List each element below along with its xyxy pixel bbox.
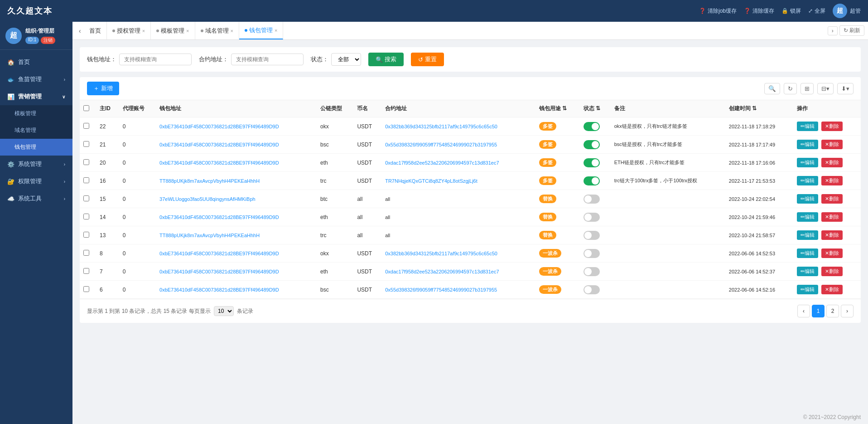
page-2-btn[interactable]: 2 (826, 305, 839, 317)
tab-auth[interactable]: 授权管理 × (107, 22, 151, 39)
sidebar-item-template[interactable]: 模板管理 (0, 105, 72, 122)
delete-btn-6[interactable]: ✕删除 (821, 230, 843, 240)
add-button[interactable]: ＋ 新增 (87, 82, 119, 95)
tab-domain-close[interactable]: × (231, 28, 233, 34)
table-row: 13 0 TT888pUKjk8m7axAvcpVbyhH4PEKEaHhhH … (80, 226, 861, 244)
row-checkbox-6[interactable] (83, 232, 89, 238)
row-checkbox-2[interactable] (83, 159, 89, 165)
row-remark (611, 263, 725, 281)
tab-home[interactable]: 首页 (84, 22, 107, 39)
fish-arrow-icon: › (64, 77, 65, 82)
toggle-2[interactable] (583, 158, 600, 167)
delete-btn-8[interactable]: ✕删除 (821, 267, 843, 276)
row-checkbox-5[interactable] (83, 214, 89, 219)
tab-template[interactable]: 模板管理 × (151, 22, 195, 39)
row-checkbox-4[interactable] (83, 195, 89, 201)
wallet-addr-input[interactable] (119, 54, 192, 65)
tab-wallet[interactable]: 钱包管理 × (239, 22, 283, 39)
row-created: 2022-06-06 14:52:16 (725, 281, 793, 299)
delete-btn-9[interactable]: ✕删除 (821, 285, 843, 294)
page-next-btn[interactable]: › (841, 305, 854, 317)
delete-btn-7[interactable]: ✕删除 (821, 249, 843, 258)
edit-btn-7[interactable]: ✏编辑 (797, 249, 818, 258)
toggle-6[interactable] (583, 231, 600, 240)
clear-job-btn[interactable]: ❓ 清除job缓存 (699, 7, 737, 15)
sidebar-item-permission[interactable]: 🔐 权限管理 › (0, 173, 72, 190)
toggle-9[interactable] (583, 285, 600, 294)
tab-refresh-btn[interactable]: ↻ 刷新 (839, 25, 864, 36)
per-page-select[interactable]: 10 20 50 (214, 306, 234, 316)
fullscreen-btn[interactable]: ⤢ 全屏 (808, 7, 825, 15)
user-avatar-area[interactable]: 超 超管 (833, 4, 861, 18)
col-created: 创建时间 ⇅ (725, 100, 793, 117)
row-created: 2022-11-18 17:16:06 (725, 154, 793, 172)
toggle-4[interactable] (583, 195, 600, 204)
tab-prev-btn[interactable]: ‹ (76, 27, 84, 34)
select-all-checkbox[interactable] (83, 105, 89, 111)
row-status (580, 263, 611, 281)
tab-wallet-close[interactable]: × (275, 28, 277, 33)
sidebar-item-home[interactable]: 🏠 首页 (0, 54, 72, 71)
toggle-8[interactable] (583, 267, 600, 276)
edit-btn-4[interactable]: ✏编辑 (797, 194, 818, 204)
row-checkbox-3[interactable] (83, 177, 89, 183)
row-checkbox-9[interactable] (83, 286, 89, 292)
sidebar-item-marketing[interactable]: 📊 营销管理 ∨ (0, 88, 72, 105)
edit-btn-8[interactable]: ✏编辑 (797, 267, 818, 276)
row-checkbox-0[interactable] (83, 123, 89, 129)
tab-template-close[interactable]: × (186, 28, 189, 34)
toggle-0[interactable] (583, 122, 600, 131)
row-coin: USDT (353, 117, 381, 136)
row-actions: ✏编辑 ✕删除 (793, 263, 861, 281)
sidebar-item-system[interactable]: ⚙️ 系统管理 › (0, 156, 72, 173)
reset-button[interactable]: ↺ 重置 (411, 53, 444, 66)
status-select[interactable]: 全部 启用 禁用 (331, 53, 361, 66)
question-icon2: ❓ (744, 8, 751, 14)
col-id: 主ID (96, 100, 119, 117)
toolbar-refresh-btn[interactable]: ↻ (784, 83, 797, 94)
table-row: 14 0 0xbE736410dF458C00736821d28BE97Ff49… (80, 208, 861, 226)
row-agent: 0 (119, 154, 156, 172)
edit-btn-5[interactable]: ✏编辑 (797, 212, 818, 222)
sidebar-item-wallet[interactable]: 钱包管理 (0, 139, 72, 156)
row-checkbox-8[interactable] (83, 268, 89, 274)
tab-auth-dot (112, 29, 115, 32)
delete-btn-5[interactable]: ✕删除 (821, 212, 843, 222)
edit-btn-6[interactable]: ✏编辑 (797, 230, 818, 240)
edit-btn-3[interactable]: ✏编辑 (797, 176, 818, 185)
edit-btn-2[interactable]: ✏编辑 (797, 158, 818, 167)
delete-btn-0[interactable]: ✕删除 (821, 122, 843, 131)
edit-btn-1[interactable]: ✏编辑 (797, 140, 818, 149)
toggle-1[interactable] (583, 140, 600, 149)
lock-screen-btn[interactable]: 🔒 锁屏 (781, 7, 801, 15)
row-checkbox-1[interactable] (83, 141, 89, 147)
tab-auth-close[interactable]: × (142, 28, 145, 34)
toggle-5[interactable] (583, 213, 600, 222)
delete-btn-4[interactable]: ✕删除 (821, 194, 843, 204)
page-1-btn[interactable]: 1 (812, 305, 825, 317)
search-button[interactable]: 🔍 搜索 (368, 53, 404, 66)
toggle-7[interactable] (583, 249, 600, 258)
toolbar-export-btn[interactable]: ⬇▾ (837, 83, 854, 94)
tab-forward-btn[interactable]: › (828, 26, 838, 35)
toolbar-layout-btn[interactable]: ⊞ (800, 83, 814, 94)
delete-btn-2[interactable]: ✕删除 (821, 158, 843, 167)
sidebar-item-tools[interactable]: ☁️ 系统工具 › (0, 190, 72, 207)
edit-btn-9[interactable]: ✏编辑 (797, 285, 818, 294)
page-prev-btn[interactable]: ‹ (797, 305, 810, 317)
clear-cache-btn[interactable]: ❓ 清除缓存 (744, 7, 774, 15)
delete-btn-3[interactable]: ✕删除 (821, 176, 843, 185)
toggle-3[interactable] (583, 176, 600, 185)
toolbar-columns-btn[interactable]: ⊟▾ (817, 83, 834, 94)
row-checkbox-7[interactable] (83, 250, 89, 256)
contract-addr-input[interactable] (231, 54, 304, 65)
delete-btn-1[interactable]: ✕删除 (821, 140, 843, 149)
edit-btn-0[interactable]: ✏编辑 (797, 122, 818, 131)
toolbar-search-btn[interactable]: 🔍 (764, 83, 780, 94)
sidebar-permission-label: 权限管理 (18, 177, 42, 185)
sidebar-item-domain[interactable]: 域名管理 (0, 122, 72, 139)
row-id: 21 (96, 136, 119, 154)
tab-domain[interactable]: 域名管理 × (195, 22, 239, 39)
sidebar-item-fish[interactable]: 🐟 鱼苗管理 › (0, 71, 72, 88)
row-remark (611, 226, 725, 244)
